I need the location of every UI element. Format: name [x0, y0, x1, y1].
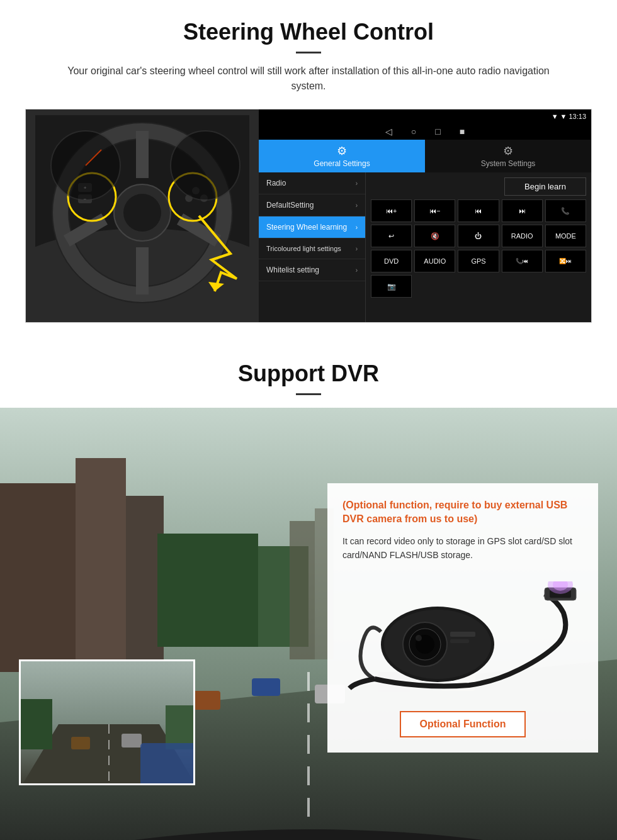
optional-function-button[interactable]: Optional Function [400, 711, 526, 737]
back-icon[interactable]: ◁ [385, 126, 392, 137]
dvr-info-card: (Optional function, require to buy exter… [327, 483, 598, 753]
steering-wheel-photo: + − [26, 109, 259, 322]
dvr-title: Support DVR [0, 361, 617, 387]
svg-rect-45 [122, 734, 142, 748]
android-nav-bar: ◁ ○ □ ■ [259, 123, 591, 140]
ctrl-radio[interactable]: RADIO [502, 225, 543, 247]
svg-rect-47 [166, 705, 195, 749]
settings-tabs: ⚙ General Settings ⚙ System Settings [259, 140, 591, 172]
ctrl-vol-down[interactable]: ⏮− [414, 199, 455, 222]
ctrl-gps[interactable]: GPS [458, 250, 499, 272]
begin-learn-row: Begin learn [371, 177, 586, 196]
chevron-icon-5: › [356, 267, 358, 274]
svg-rect-28 [157, 534, 258, 647]
menu-icon[interactable]: ■ [460, 126, 465, 137]
svg-rect-44 [71, 737, 90, 749]
tab-system-settings[interactable]: ⚙ System Settings [425, 140, 591, 172]
dvr-content: (Optional function, require to buy exter… [0, 408, 617, 840]
inset-scene-svg [21, 661, 195, 785]
signal-icon: ▼ [552, 113, 558, 120]
time-display: 13:13 [569, 113, 586, 120]
ctrl-mute[interactable]: 🔇 [414, 225, 455, 247]
chevron-icon: › [356, 180, 358, 187]
menu-label-radio: Radio [266, 179, 286, 188]
begin-learn-button[interactable]: Begin learn [504, 177, 586, 196]
status-bar: ▼ ▼ 13:13 [259, 109, 591, 123]
tab-general-settings[interactable]: ⚙ General Settings [259, 140, 425, 172]
svg-rect-26 [76, 458, 126, 672]
svg-rect-46 [21, 699, 52, 749]
chevron-icon-4: › [356, 245, 358, 252]
ctrl-vol-up[interactable]: ⏮+ [371, 199, 412, 222]
ctrl-prev-track[interactable]: ⏮ [458, 199, 499, 222]
dvr-header: Support DVR [0, 342, 617, 408]
dvr-camera-image [342, 575, 583, 701]
menu-label-defaultsetting: DefaultSetting [266, 201, 314, 210]
title-divider [296, 52, 321, 53]
general-settings-label: General Settings [314, 159, 370, 168]
system-settings-icon: ⚙ [503, 144, 513, 158]
ctrl-mode[interactable]: MODE [545, 225, 586, 247]
recents-icon[interactable]: □ [435, 126, 440, 137]
chevron-icon-2: › [356, 202, 358, 209]
ctrl-camera[interactable]: 📷 [371, 275, 412, 298]
svg-rect-60 [450, 639, 469, 643]
svg-point-58 [416, 635, 422, 641]
ctrl-shuffle-next[interactable]: 🔀⏭ [545, 250, 586, 272]
dvr-title-divider [296, 393, 321, 395]
chevron-icon-3: › [356, 224, 358, 231]
settings-menu: Radio › DefaultSetting › Steering Wheel … [259, 172, 366, 322]
menu-item-tricoloured[interactable]: Tricoloured light settings › [259, 238, 365, 259]
svg-rect-59 [450, 632, 475, 637]
svg-rect-33 [252, 678, 280, 696]
control-grid: ⏮+ ⏮− ⏮ ⏭ 📞 ↩ 🔇 ⏻ RADIO MODE DVD AUDIO [371, 199, 586, 298]
svg-point-9 [123, 194, 161, 232]
home-icon[interactable]: ○ [411, 126, 416, 137]
ctrl-phone-prev[interactable]: 📞⏮ [502, 250, 543, 272]
svg-rect-37 [290, 521, 315, 659]
menu-label-steering: Steering Wheel learning [266, 223, 347, 232]
svg-rect-25 [0, 483, 76, 672]
ctrl-power[interactable]: ⏻ [458, 225, 499, 247]
menu-label-whitelist: Whitelist setting [266, 266, 319, 274]
steering-description: Your original car's steering wheel contr… [63, 64, 554, 94]
ctrl-hangup[interactable]: ↩ [371, 225, 412, 247]
steering-wheel-svg: + − [35, 115, 249, 316]
svg-rect-48 [140, 743, 195, 785]
ctrl-phone[interactable]: 📞 [545, 199, 586, 222]
dvr-optional-notice: (Optional function, require to buy exter… [342, 498, 583, 527]
menu-item-radio[interactable]: Radio › [259, 172, 365, 194]
statusbar-icons: ▼ ▼ 13:13 [552, 113, 586, 120]
system-settings-label: System Settings [481, 159, 536, 168]
steering-demo: + − [25, 109, 592, 323]
dvr-inset-view [19, 659, 195, 785]
dvr-section: Support DVR [0, 342, 617, 840]
ctrl-audio[interactable]: AUDIO [414, 250, 455, 272]
dvr-description: It can record video only to storage in G… [342, 534, 583, 563]
menu-item-defaultsetting[interactable]: DefaultSetting › [259, 194, 365, 216]
menu-item-whitelist[interactable]: Whitelist setting › [259, 259, 365, 281]
general-settings-icon: ⚙ [337, 144, 347, 158]
ctrl-dvd[interactable]: DVD [371, 250, 412, 272]
settings-content: Radio › DefaultSetting › Steering Wheel … [259, 172, 591, 322]
controls-panel: Begin learn ⏮+ ⏮− ⏮ ⏭ 📞 ↩ 🔇 ⏻ RADIO [366, 172, 591, 322]
wifi-icon: ▼ [560, 113, 567, 120]
dvr-camera-svg [343, 581, 582, 695]
ctrl-next-track[interactable]: ⏭ [502, 199, 543, 222]
menu-label-tricoloured: Tricoloured light settings [266, 245, 341, 252]
android-panel: ▼ ▼ 13:13 ◁ ○ □ ■ ⚙ General Settings ⚙ [259, 109, 591, 322]
svg-point-21 [171, 131, 240, 200]
steering-title: Steering Wheel Control [25, 19, 592, 45]
menu-item-steering-wheel-learning[interactable]: Steering Wheel learning › [259, 216, 365, 238]
steering-wheel-section: Steering Wheel Control Your original car… [0, 0, 617, 335]
